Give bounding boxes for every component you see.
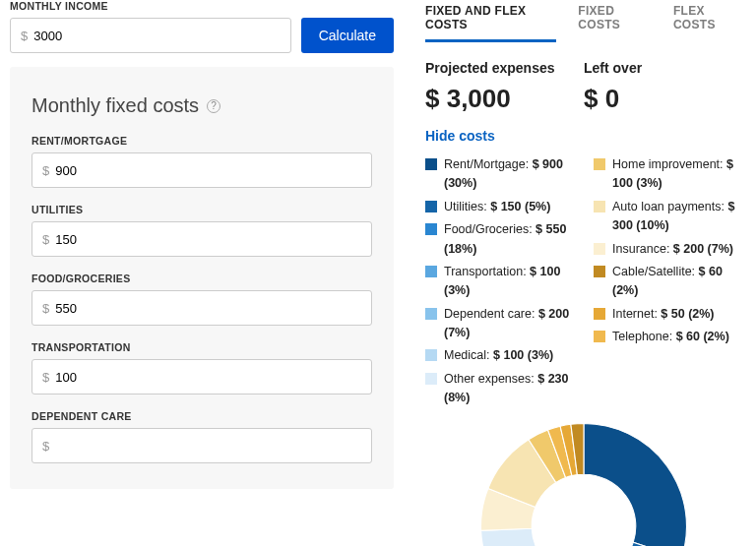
currency-prefix: $ — [42, 370, 49, 385]
cost-field[interactable]: $ — [32, 290, 372, 326]
income-row: MONTHLY INCOME $ Calculate — [10, 0, 394, 53]
cost-label: FOOD/GROCERIES — [32, 273, 372, 284]
right-panel: FIXED AND FLEX COSTS FIXED COSTS FLEX CO… — [404, 0, 756, 546]
legend-item: Insurance: $ 200 (7%) — [594, 240, 742, 259]
legend-swatch — [594, 266, 605, 277]
income-input[interactable] — [33, 29, 280, 43]
legend-item: Utilities: $ 150 (5%) — [425, 198, 574, 216]
cost-label: UTILITIES — [32, 204, 372, 215]
legend-item: Internet: $ 50 (2%) — [594, 305, 742, 324]
legend-text: Other expenses: $ 230 (8%) — [444, 370, 574, 408]
cost-input[interactable] — [55, 301, 361, 316]
legend-item: Auto loan payments: $ 300 (10%) — [594, 198, 742, 236]
legend-swatch — [425, 201, 437, 212]
calculate-button[interactable]: Calculate — [301, 18, 394, 53]
legend-text: Internet: $ 50 (2%) — [612, 305, 715, 324]
currency-prefix: $ — [42, 301, 49, 316]
left-over-label: Left over — [584, 60, 742, 76]
legend-text: Auto loan payments: $ 300 (10%) — [612, 198, 742, 236]
tabs: FIXED AND FLEX COSTS FIXED COSTS FLEX CO… — [425, 0, 742, 42]
legend-swatch — [594, 243, 605, 255]
cost-row: FOOD/GROCERIES$ — [32, 273, 372, 326]
cost-input[interactable] — [55, 370, 361, 385]
legend-item: Dependent care: $ 200 (7%) — [425, 305, 574, 343]
cost-row: UTILITIES$ — [32, 204, 372, 257]
legend-swatch — [425, 373, 437, 385]
currency-prefix: $ — [42, 163, 49, 178]
legend-swatch — [425, 266, 437, 277]
currency-prefix: $ — [42, 439, 49, 454]
projected-expenses-label: Projected expenses — [425, 60, 584, 76]
left-over-value: $ 0 — [584, 84, 742, 114]
donut-slice — [584, 423, 687, 546]
legend-text: Rent/Mortgage: $ 900 (30%) — [444, 155, 574, 194]
tab-flex[interactable]: FLEX COSTS — [673, 0, 742, 42]
left-panel: MONTHLY INCOME $ Calculate Monthly fixed… — [0, 0, 404, 546]
cost-input[interactable] — [55, 232, 361, 247]
legend-text: Telephone: $ 60 (2%) — [612, 328, 729, 346]
income-label: MONTHLY INCOME — [10, 0, 291, 12]
legend-swatch — [425, 158, 437, 170]
cost-field[interactable]: $ — [32, 152, 372, 188]
cost-row: DEPENDENT CARE$ — [32, 410, 372, 463]
legend-text: Home improvement: $ 100 (3%) — [612, 155, 742, 194]
legend-item: Home improvement: $ 100 (3%) — [594, 155, 742, 194]
tab-fixed-and-flex[interactable]: FIXED AND FLEX COSTS — [425, 0, 556, 42]
legend-swatch — [425, 308, 437, 320]
legend-item: Medical: $ 100 (3%) — [425, 346, 574, 365]
cost-field[interactable]: $ — [32, 221, 372, 257]
legend-swatch — [425, 349, 437, 361]
cost-input[interactable] — [55, 439, 361, 454]
legend-swatch — [594, 308, 605, 320]
legend-swatch — [594, 201, 605, 212]
legend-swatch — [594, 331, 605, 342]
legend-swatch — [594, 158, 605, 170]
legend-text: Food/Groceries: $ 550 (18%) — [444, 220, 574, 259]
legend-item: Telephone: $ 60 (2%) — [594, 328, 742, 346]
fixed-costs-panel: Monthly fixed costs ? RENT/MORTGAGE$UTIL… — [10, 67, 394, 489]
panel-title-text: Monthly fixed costs — [32, 94, 199, 117]
currency-prefix: $ — [42, 232, 49, 247]
donut-chart-wrap — [425, 418, 742, 547]
cost-label: DEPENDENT CARE — [32, 410, 372, 422]
legend-item: Cable/Satellite: $ 60 (2%) — [594, 263, 742, 301]
legend-item: Rent/Mortgage: $ 900 (30%) — [425, 155, 574, 194]
cost-label: TRANSPORTATION — [32, 341, 372, 353]
panel-title: Monthly fixed costs ? — [32, 94, 372, 117]
donut-slice — [481, 528, 539, 546]
legend-text: Cable/Satellite: $ 60 (2%) — [612, 263, 742, 301]
legend-item: Food/Groceries: $ 550 (18%) — [425, 220, 574, 259]
cost-row: RENT/MORTGAGE$ — [32, 135, 372, 188]
income-field[interactable]: $ — [10, 18, 291, 53]
projected-expenses-value: $ 3,000 — [425, 84, 584, 114]
donut-chart — [475, 418, 692, 547]
currency-prefix: $ — [21, 29, 28, 43]
legend-text: Utilities: $ 150 (5%) — [444, 198, 550, 216]
cost-input[interactable] — [55, 163, 361, 178]
cost-label: RENT/MORTGAGE — [32, 135, 372, 147]
cost-field[interactable]: $ — [32, 428, 372, 463]
legend: Rent/Mortgage: $ 900 (30%)Utilities: $ 1… — [425, 155, 742, 412]
legend-swatch — [425, 223, 437, 235]
legend-item: Other expenses: $ 230 (8%) — [425, 370, 574, 408]
cost-row: TRANSPORTATION$ — [32, 341, 372, 394]
totals-row: Projected expenses $ 3,000 Left over $ 0 — [425, 60, 742, 114]
cost-field[interactable]: $ — [32, 359, 372, 394]
legend-text: Insurance: $ 200 (7%) — [612, 240, 733, 259]
legend-text: Transportation: $ 100 (3%) — [444, 263, 574, 301]
hide-costs-link[interactable]: Hide costs — [425, 128, 495, 144]
help-icon[interactable]: ? — [207, 99, 220, 113]
legend-text: Dependent care: $ 200 (7%) — [444, 305, 574, 343]
legend-item: Transportation: $ 100 (3%) — [425, 263, 574, 301]
legend-text: Medical: $ 100 (3%) — [444, 346, 553, 365]
tab-fixed[interactable]: FIXED COSTS — [578, 0, 652, 42]
